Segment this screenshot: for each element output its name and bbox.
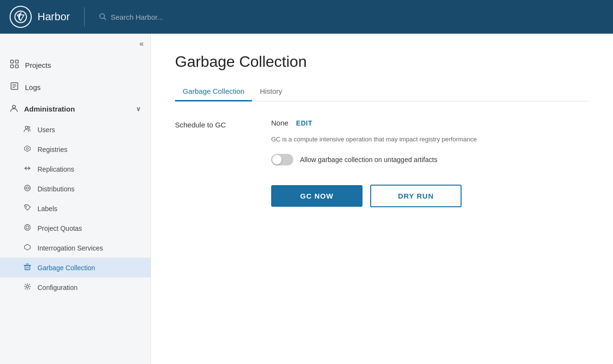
- svg-rect-27: [25, 265, 30, 270]
- dry-run-button[interactable]: DRY RUN: [370, 185, 462, 207]
- schedule-value: None: [271, 119, 288, 127]
- labels-icon: [23, 204, 32, 213]
- collapse-button[interactable]: «: [139, 39, 144, 48]
- users-label: Users: [38, 126, 55, 134]
- svg-point-23: [26, 206, 27, 207]
- schedule-section: Schedule to GC None EDIT GC is a compute…: [175, 119, 589, 207]
- page-title: Garbage Collection: [175, 53, 589, 71]
- layout: « Projects: [0, 34, 613, 364]
- tab-history[interactable]: History: [252, 82, 290, 101]
- sidebar-item-logs[interactable]: Logs: [0, 76, 150, 98]
- sidebar-item-projects[interactable]: Projects: [0, 54, 150, 76]
- sidebar-administration-section[interactable]: Administration ∨: [0, 98, 150, 120]
- replications-icon: [23, 164, 32, 174]
- tabs-container: Garbage Collection History: [175, 82, 589, 101]
- logo-icon: [10, 6, 32, 28]
- sidebar-item-project-quotas[interactable]: Project Quotas: [0, 218, 150, 238]
- svg-marker-17: [25, 146, 30, 151]
- project-quotas-label: Project Quotas: [38, 225, 82, 232]
- administration-chevron: ∨: [136, 105, 141, 113]
- sidebar: « Projects: [0, 34, 151, 364]
- sidebar-item-users[interactable]: Users: [0, 120, 150, 139]
- distributions-label: Distributions: [38, 185, 75, 193]
- project-quotas-icon: [23, 224, 32, 233]
- interrogation-services-icon: [23, 243, 32, 252]
- svg-rect-7: [15, 60, 18, 63]
- schedule-content: None EDIT GC is a compute intensive oper…: [271, 119, 589, 207]
- toggle-row: Allow garbage collection on untagged art…: [271, 154, 589, 165]
- svg-point-24: [25, 225, 30, 230]
- app-title: Harbor: [38, 11, 70, 23]
- svg-marker-26: [25, 244, 30, 250]
- svg-rect-8: [11, 65, 13, 68]
- distributions-icon: [23, 184, 32, 193]
- sidebar-nav: Projects Logs: [0, 54, 150, 307]
- tab-garbage-collection[interactable]: Garbage Collection: [175, 82, 252, 101]
- svg-rect-6: [11, 60, 13, 63]
- header-divider: [84, 7, 85, 26]
- replications-label: Replications: [38, 165, 74, 173]
- gc-now-button[interactable]: GC NOW: [271, 185, 363, 207]
- sidebar-item-distributions[interactable]: Distributions: [0, 179, 150, 199]
- sidebar-collapse-area: «: [0, 34, 150, 54]
- interrogation-services-label: Interrogation Services: [38, 244, 103, 252]
- search-placeholder[interactable]: Search Harbor...: [111, 13, 163, 21]
- projects-label: Projects: [25, 61, 51, 69]
- svg-line-5: [104, 18, 106, 20]
- labels-label: Labels: [38, 205, 57, 213]
- svg-point-18: [26, 148, 28, 150]
- sidebar-item-registries[interactable]: Registries: [0, 139, 150, 159]
- projects-icon: [10, 60, 19, 70]
- users-icon: [23, 125, 32, 134]
- logo: Harbor: [10, 6, 70, 28]
- administration-icon: [10, 104, 18, 114]
- svg-marker-3: [17, 15, 24, 21]
- edit-button[interactable]: EDIT: [296, 119, 313, 127]
- sidebar-item-labels[interactable]: Labels: [0, 199, 150, 218]
- gc-description: GC is a compute intensive operation that…: [271, 135, 589, 144]
- svg-point-14: [13, 105, 15, 108]
- sidebar-item-configuration[interactable]: Configuration: [0, 277, 150, 297]
- search-icon: [99, 13, 107, 21]
- schedule-label: Schedule to GC: [175, 119, 252, 129]
- sidebar-item-garbage-collection[interactable]: Garbage Collection: [0, 258, 150, 277]
- svg-point-15: [25, 126, 28, 129]
- registries-icon: [23, 145, 32, 154]
- main-content: Garbage Collection Garbage Collection Hi…: [151, 34, 613, 364]
- configuration-icon: [23, 283, 32, 292]
- svg-rect-9: [15, 65, 18, 68]
- toggle-label: Allow garbage collection on untagged art…: [300, 156, 438, 163]
- svg-point-20: [26, 187, 29, 189]
- logs-label: Logs: [25, 83, 41, 91]
- logs-icon: [10, 82, 19, 92]
- untagged-toggle[interactable]: [271, 154, 293, 165]
- administration-label: Administration: [24, 105, 75, 113]
- garbage-collection-label: Garbage Collection: [38, 264, 95, 272]
- toggle-slider[interactable]: [271, 154, 293, 165]
- garbage-collection-icon: [23, 263, 32, 272]
- admin-section-left: Administration: [10, 104, 75, 114]
- header: Harbor Search Harbor...: [0, 0, 613, 34]
- svg-point-32: [26, 286, 29, 288]
- configuration-label: Configuration: [38, 284, 77, 291]
- svg-point-25: [26, 226, 29, 229]
- search-container[interactable]: Search Harbor...: [99, 13, 163, 21]
- sidebar-item-replications[interactable]: Replications: [0, 159, 150, 179]
- schedule-row: None EDIT: [271, 119, 589, 127]
- registries-label: Registries: [38, 146, 67, 153]
- buttons-row: GC NOW DRY RUN: [271, 185, 589, 207]
- sidebar-item-interrogation-services[interactable]: Interrogation Services: [0, 238, 150, 258]
- svg-point-16: [28, 126, 30, 128]
